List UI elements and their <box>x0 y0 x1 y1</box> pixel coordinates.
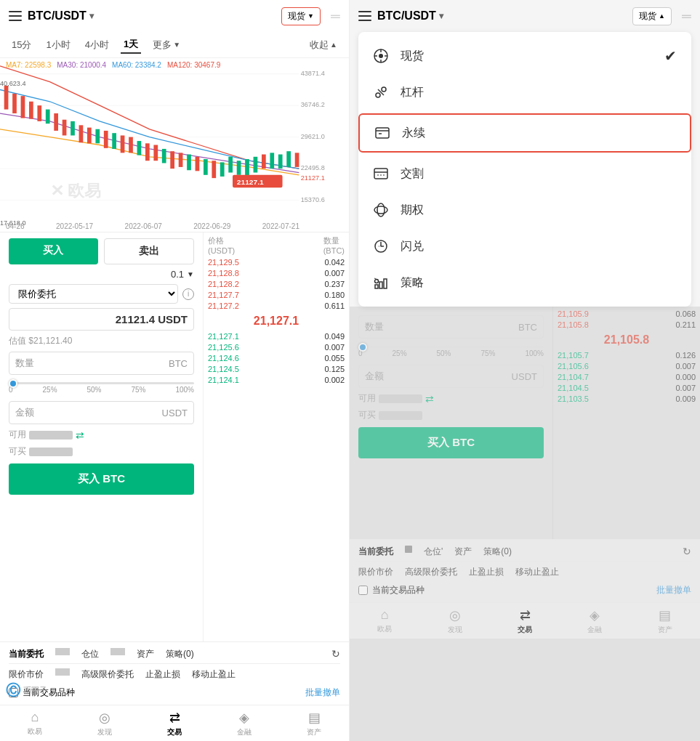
sell-tab[interactable]: 卖出 <box>104 238 195 264</box>
sell-order-2[interactable]: 21,128.8 0.007 <box>208 269 345 278</box>
discover-icon: ◎ <box>99 710 110 726</box>
left-time-bar: 15分 1小时 4小时 1天 更多 ▼ 收起 ▲ <box>0 32 349 58</box>
right-footer-orders: 当前委托 <box>358 546 393 558</box>
right-avail-amount <box>379 394 422 403</box>
left-batch-cancel[interactable]: 批量撤单 <box>305 687 340 699</box>
right-pair-title[interactable]: BTC/USDT ▾ <box>377 9 443 23</box>
footer-tab-strategy[interactable]: 策略(0) <box>166 648 194 660</box>
info-icon[interactable]: i <box>182 288 194 300</box>
qty-caret-icon: ▼ <box>187 270 194 278</box>
buy-sell-tabs: 买入 卖出 <box>9 238 194 264</box>
time-1d[interactable]: 1天 <box>121 36 141 54</box>
ma30-label: MA30: 21000.4 <box>57 61 106 69</box>
left-chart-icon[interactable]: 𝄗 <box>331 9 340 23</box>
qty-selector[interactable]: 0.1 ▼ <box>9 269 194 280</box>
dropdown-perpetual[interactable]: 永续 <box>358 113 691 153</box>
time-shrink[interactable]: 收起 ▲ <box>307 37 340 53</box>
qty-input-row[interactable]: 数量 BTC <box>9 352 194 375</box>
price-input[interactable]: 21121.4 USDT <box>9 308 194 331</box>
svg-rect-20 <box>121 135 125 153</box>
right-trade-icon: ⇄ <box>520 607 531 623</box>
svg-rect-31 <box>212 161 216 178</box>
left-order-book: 价格(USDT) 数量(BTC) 21,129.5 0.042 21,128.8… <box>204 232 349 641</box>
qty-slider[interactable]: 0 25% 50% 75% 100% <box>9 382 194 394</box>
right-header: BTC/USDT ▾ 现货 ▲ 𝄗 <box>350 0 700 32</box>
trade-label: 交易 <box>167 727 182 737</box>
right-spot-button[interactable]: 现货 ▲ <box>632 7 672 25</box>
right-bottom-nav: ⌂ 欧易 ◎ 发现 ⇄ 交易 ◈ 金融 ▤ 资产 <box>350 602 700 639</box>
sell-order-3[interactable]: 21,128.2 0.237 <box>208 280 345 288</box>
svg-text:36746.2: 36746.2 <box>301 102 325 109</box>
sell-order-5[interactable]: 21,127.2 0.611 <box>208 301 345 310</box>
svg-rect-21 <box>129 137 133 153</box>
order-type-sl[interactable]: 止盈止损 <box>145 668 180 681</box>
left-pair-title[interactable]: BTC/USDT ▾ <box>28 9 94 23</box>
left-spot-button[interactable]: 现货 ▼ <box>281 7 321 25</box>
dropdown-spot[interactable]: 现货 ✔ <box>358 38 691 74</box>
buy-order-3[interactable]: 21,124.6 0.055 <box>208 354 345 363</box>
svg-rect-24 <box>153 145 158 161</box>
left-bottom-nav: ⌂ 欧易 ◎ 发现 ⇄ 交易 ◈ 金融 ▤ 资产 <box>0 705 349 741</box>
refresh-icon[interactable]: ↻ <box>331 648 340 660</box>
swap-icon[interactable]: ⇄ <box>76 429 84 441</box>
home-label: 欧易 <box>28 726 42 737</box>
sell-order-4[interactable]: 21,127.7 0.180 <box>208 291 345 299</box>
orders-badge <box>55 648 70 655</box>
options-menu-icon <box>373 202 389 218</box>
order-type-trailing[interactable]: 移动止盈止 <box>192 668 236 681</box>
time-4h[interactable]: 4小时 <box>82 37 112 53</box>
buy-order-2[interactable]: 21,125.6 0.007 <box>208 343 345 352</box>
dropdown-strategy[interactable]: 策略 <box>358 264 691 301</box>
right-checkbox-row: 当前交易品种 批量撤单 <box>358 581 691 599</box>
buy-order-1[interactable]: 21,127.1 0.049 <box>208 332 345 341</box>
time-15m[interactable]: 15分 <box>9 37 34 53</box>
right-assets-icon: ▤ <box>659 607 671 623</box>
buy-row: 可买 <box>9 445 194 458</box>
buy-order-5[interactable]: 21,124.1 0.002 <box>208 376 345 384</box>
delivery-menu-label: 交割 <box>401 166 424 182</box>
left-buy-btc-button[interactable]: 买入 BTC <box>9 463 194 495</box>
svg-rect-23 <box>145 143 150 161</box>
trade-icon: ⇄ <box>169 710 180 726</box>
left-nav-home[interactable]: ⌂ 欧易 <box>0 710 70 737</box>
order-type-select[interactable]: 限价委托 <box>9 284 178 304</box>
spot-caret: ▼ <box>307 12 314 20</box>
sell-order-1[interactable]: 21,129.5 0.042 <box>208 258 345 267</box>
svg-text:40,623.4: 40,623.4 <box>0 80 26 87</box>
leverage-menu-icon <box>373 84 389 100</box>
dropdown-options[interactable]: 期权 <box>358 192 691 228</box>
right-menu-icon[interactable] <box>358 11 371 21</box>
footer-tab-positions[interactable]: 仓位 <box>81 648 99 660</box>
buy-order-4[interactable]: 21,124.5 0.125 <box>208 365 345 373</box>
left-menu-icon[interactable] <box>9 11 22 21</box>
right-sell-1: 21,105.9 0.068 <box>558 309 696 318</box>
time-1h[interactable]: 1小时 <box>43 37 73 53</box>
right-nav-assets: ▤ 资产 <box>630 607 700 635</box>
footer-tab-assets[interactable]: 资产 <box>137 648 154 660</box>
left-chart[interactable]: MA7: 22598.3 MA30: 21000.4 MA60: 23384.2… <box>0 58 349 232</box>
right-refresh-icon: ↻ <box>683 546 691 558</box>
right-chart-icon[interactable]: 𝄗 <box>682 9 691 23</box>
left-nav-assets[interactable]: ▤ 资产 <box>279 710 349 737</box>
buy-tab[interactable]: 买入 <box>9 238 98 264</box>
right-nav-finance: ◈ 金融 <box>560 607 629 635</box>
dropdown-flash[interactable]: 闪兑 <box>358 228 691 264</box>
right-order-type-tabs: 限价市价 高级限价委托 止盈止损 移动止盈止 <box>358 561 691 581</box>
order-type-advanced[interactable]: 高级限价委托 <box>81 668 134 681</box>
strategy-menu-label: 策略 <box>401 275 424 291</box>
left-nav-discover[interactable]: ◎ 发现 <box>70 710 140 737</box>
footer-tab-orders[interactable]: 当前委托 <box>9 648 44 660</box>
right-swap-icon: ⇄ <box>425 393 434 405</box>
avail-row: 可用 ⇄ <box>9 429 194 441</box>
time-more[interactable]: 更多 ▼ <box>150 37 183 53</box>
left-order-form: 买入 卖出 0.1 ▼ 限价委托 i 21121.4 USDT 估值 $21,1… <box>0 232 204 641</box>
left-nav-trade[interactable]: ⇄ 交易 <box>140 710 209 737</box>
dropdown-leverage[interactable]: 杠杆 <box>358 74 691 110</box>
ma7-label: MA7: 22598.3 <box>6 61 51 69</box>
more-caret-icon: ▼ <box>173 41 180 49</box>
amount-input-row[interactable]: 金额 USDT <box>9 401 194 424</box>
finance-icon: ◈ <box>239 710 249 726</box>
left-nav-finance[interactable]: ◈ 金融 <box>209 710 279 737</box>
dropdown-delivery[interactable]: 交割 <box>358 155 691 192</box>
svg-rect-10 <box>37 105 41 121</box>
